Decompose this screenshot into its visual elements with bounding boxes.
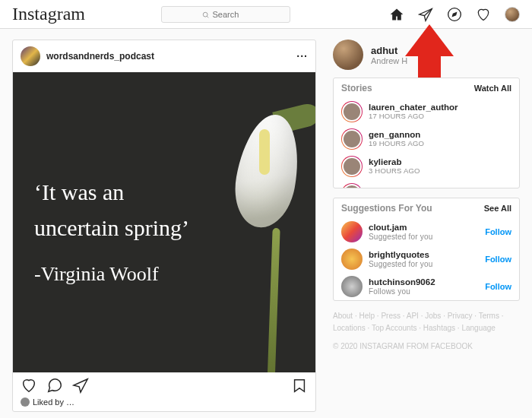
footer-link[interactable]: Top Accounts <box>372 324 416 332</box>
comment-icon[interactable] <box>46 377 63 396</box>
liked-text: Liked by … <box>33 397 74 407</box>
search-container <box>161 6 290 23</box>
save-icon[interactable] <box>291 377 308 396</box>
footer-link[interactable]: Help <box>359 312 375 320</box>
svg-line-2 <box>424 8 432 15</box>
footer-link[interactable]: About <box>333 312 353 320</box>
top-nav: Instagram <box>0 0 532 29</box>
quote-attribution: -Virginia Woolf <box>34 259 189 290</box>
search-input[interactable] <box>161 6 290 23</box>
suggestion-username[interactable]: clout.jam <box>369 223 433 233</box>
story-time: 17 HOURS AGO <box>369 112 458 121</box>
brand-logo[interactable]: Instagram <box>12 4 116 24</box>
suggestion-avatar[interactable] <box>341 249 363 270</box>
messenger-icon[interactable] <box>418 7 433 22</box>
stories-panel: Stories Watch All lauren_chater_author17… <box>333 78 520 188</box>
post-image[interactable]: ‘It was an uncertain spring’ -Virginia W… <box>13 72 315 372</box>
story-time: 3 HOURS AGO <box>369 167 420 176</box>
suggestion-reason: Follows you <box>369 287 435 296</box>
activity-icon[interactable] <box>476 7 491 22</box>
post-more-icon[interactable]: ··· <box>296 50 308 62</box>
footer-link[interactable]: API <box>407 312 419 320</box>
home-icon[interactable] <box>389 7 404 22</box>
nav-icons <box>389 7 520 22</box>
stories-list[interactable]: lauren_chater_author17 HOURS AGO gen_gan… <box>334 98 519 188</box>
story-item[interactable]: chrissoc <box>334 180 519 188</box>
stories-title: Stories <box>341 83 372 93</box>
follow-button[interactable]: Follow <box>485 282 511 291</box>
suggestions-panel: Suggestions For You See All clout.jamSug… <box>333 198 520 301</box>
post-author-username[interactable]: wordsandnerds_podcast <box>46 51 154 62</box>
story-item[interactable]: kylierab3 HOURS AGO <box>334 153 519 180</box>
suggestion-reason: Suggested for you <box>369 260 433 269</box>
post-header: wordsandnerds_podcast ··· <box>13 40 315 72</box>
follow-button[interactable]: Follow <box>485 227 511 236</box>
suggestion-username[interactable]: brightlyquotes <box>369 250 433 260</box>
watch-all-link[interactable]: Watch All <box>474 84 511 93</box>
like-icon[interactable] <box>21 377 37 396</box>
footer-copyright: © 2020 INSTAGRAM FROM FACEBOOK <box>333 340 520 353</box>
post-author-avatar[interactable] <box>21 46 40 66</box>
post-card: wordsandnerds_podcast ··· ‘It was an unc… <box>12 40 316 412</box>
quote-line-2: uncertain spring’ <box>34 211 189 246</box>
suggestion-reason: Suggested for you <box>369 233 433 242</box>
suggestion-avatar[interactable] <box>341 221 363 242</box>
footer-links: About · Help · Press · API · Jobs · Priv… <box>333 312 503 332</box>
suggestion-item: hutchinson9062Follows you Follow <box>334 273 519 300</box>
suggestions-list: clout.jamSuggested for you Follow bright… <box>334 218 519 300</box>
story-time: 19 HOURS AGO <box>369 140 424 148</box>
post-actions <box>13 372 315 397</box>
suggestion-item: brightlyquotesSuggested for you Follow <box>334 245 519 273</box>
follow-button[interactable]: Follow <box>485 255 511 264</box>
suggestion-username[interactable]: hutchinson9062 <box>369 277 435 287</box>
story-item[interactable]: gen_gannon19 HOURS AGO <box>334 125 519 153</box>
suggestions-title: Suggestions For You <box>341 203 432 214</box>
footer-link[interactable]: Jobs <box>425 312 441 320</box>
footer-link[interactable]: Privacy <box>448 312 473 320</box>
footer: About · Help · Press · API · Jobs · Priv… <box>333 310 520 353</box>
share-icon[interactable] <box>72 377 89 396</box>
story-item[interactable]: lauren_chater_author17 HOURS AGO <box>334 98 519 125</box>
svg-marker-4 <box>453 12 457 16</box>
flower-graphic <box>238 114 297 228</box>
current-user-fullname: Andrew H <box>371 56 407 65</box>
liked-avatar-icon <box>21 397 30 407</box>
suggestion-item: clout.jamSuggested for you Follow <box>334 218 519 245</box>
current-user-avatar[interactable] <box>333 40 363 70</box>
suggestion-avatar[interactable] <box>341 276 363 297</box>
footer-link[interactable]: Terms <box>479 312 499 320</box>
explore-icon[interactable] <box>447 7 462 22</box>
current-user-username: adhut <box>371 45 407 56</box>
post-quote-text: ‘It was an uncertain spring’ -Virginia W… <box>34 175 189 290</box>
profile-avatar[interactable] <box>505 7 520 22</box>
footer-link[interactable]: Press <box>381 312 401 320</box>
liked-by[interactable]: Liked by … <box>13 397 315 411</box>
footer-link[interactable]: Locations <box>333 324 366 332</box>
see-all-link[interactable]: See All <box>484 204 511 213</box>
current-user[interactable]: adhut Andrew H <box>333 40 520 70</box>
quote-line-1: ‘It was an <box>34 175 189 211</box>
footer-link[interactable]: Hashtags <box>423 324 455 332</box>
footer-link[interactable]: Language <box>461 324 496 332</box>
